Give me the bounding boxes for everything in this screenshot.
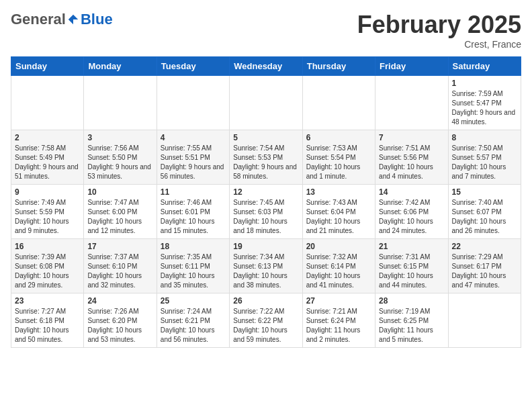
day-number: 19 bbox=[233, 242, 298, 251]
day-number: 11 bbox=[161, 187, 226, 197]
calendar-cell: 18Sunrise: 7:35 AM Sunset: 6:11 PM Dayli… bbox=[157, 239, 229, 293]
day-number: 15 bbox=[452, 187, 517, 197]
day-info: Sunrise: 7:50 AM Sunset: 5:57 PM Dayligh… bbox=[452, 144, 517, 181]
calendar-cell: 1Sunrise: 7:59 AM Sunset: 5:47 PM Daylig… bbox=[448, 76, 521, 130]
day-number: 12 bbox=[233, 187, 298, 197]
day-of-week-header: Thursday bbox=[302, 57, 375, 76]
day-info: Sunrise: 7:31 AM Sunset: 6:15 PM Dayligh… bbox=[379, 253, 444, 290]
calendar-cell: 12Sunrise: 7:45 AM Sunset: 6:03 PM Dayli… bbox=[230, 185, 302, 239]
logo-icon bbox=[67, 13, 79, 26]
calendar-cell: 16Sunrise: 7:39 AM Sunset: 6:08 PM Dayli… bbox=[11, 239, 84, 293]
day-number: 18 bbox=[161, 242, 226, 251]
day-info: Sunrise: 7:56 AM Sunset: 5:50 PM Dayligh… bbox=[87, 144, 152, 181]
day-number: 2 bbox=[15, 133, 80, 142]
calendar-cell: 9Sunrise: 7:49 AM Sunset: 5:59 PM Daylig… bbox=[11, 185, 84, 239]
calendar-week-row: 9Sunrise: 7:49 AM Sunset: 5:59 PM Daylig… bbox=[11, 185, 521, 239]
day-info: Sunrise: 7:49 AM Sunset: 5:59 PM Dayligh… bbox=[15, 198, 80, 236]
day-info: Sunrise: 7:43 AM Sunset: 6:04 PM Dayligh… bbox=[306, 198, 371, 236]
calendar-cell bbox=[230, 76, 302, 130]
day-info: Sunrise: 7:29 AM Sunset: 6:17 PM Dayligh… bbox=[452, 253, 517, 290]
day-info: Sunrise: 7:55 AM Sunset: 5:51 PM Dayligh… bbox=[161, 144, 226, 181]
day-info: Sunrise: 7:54 AM Sunset: 5:53 PM Dayligh… bbox=[233, 144, 298, 181]
day-info: Sunrise: 7:19 AM Sunset: 6:25 PM Dayligh… bbox=[379, 307, 444, 345]
page-header: General Blue February 2025 Crest, France bbox=[11, 11, 521, 50]
calendar-cell: 27Sunrise: 7:21 AM Sunset: 6:24 PM Dayli… bbox=[302, 293, 375, 348]
calendar-cell bbox=[84, 76, 157, 130]
day-info: Sunrise: 7:21 AM Sunset: 6:24 PM Dayligh… bbox=[306, 307, 371, 345]
calendar-cell: 20Sunrise: 7:32 AM Sunset: 6:14 PM Dayli… bbox=[302, 239, 375, 293]
day-number: 26 bbox=[233, 296, 298, 306]
day-number: 4 bbox=[161, 133, 226, 142]
calendar-cell: 5Sunrise: 7:54 AM Sunset: 5:53 PM Daylig… bbox=[230, 130, 302, 185]
day-info: Sunrise: 7:47 AM Sunset: 6:00 PM Dayligh… bbox=[87, 198, 152, 236]
day-info: Sunrise: 7:34 AM Sunset: 6:13 PM Dayligh… bbox=[233, 253, 298, 290]
day-number: 23 bbox=[15, 296, 80, 306]
day-info: Sunrise: 7:51 AM Sunset: 5:56 PM Dayligh… bbox=[379, 144, 444, 181]
calendar-cell: 17Sunrise: 7:37 AM Sunset: 6:10 PM Dayli… bbox=[84, 239, 157, 293]
day-number: 20 bbox=[306, 242, 371, 251]
day-of-week-header: Saturday bbox=[448, 57, 521, 76]
calendar-cell: 11Sunrise: 7:46 AM Sunset: 6:01 PM Dayli… bbox=[157, 185, 229, 239]
day-number: 1 bbox=[452, 79, 517, 88]
day-info: Sunrise: 7:24 AM Sunset: 6:21 PM Dayligh… bbox=[161, 307, 226, 345]
day-info: Sunrise: 7:45 AM Sunset: 6:03 PM Dayligh… bbox=[233, 198, 298, 236]
day-number: 5 bbox=[233, 133, 298, 142]
day-of-week-header: Tuesday bbox=[157, 57, 229, 76]
day-number: 10 bbox=[87, 187, 152, 197]
day-number: 14 bbox=[379, 187, 444, 197]
day-info: Sunrise: 7:27 AM Sunset: 6:18 PM Dayligh… bbox=[15, 307, 80, 345]
calendar-cell: 25Sunrise: 7:24 AM Sunset: 6:21 PM Dayli… bbox=[157, 293, 229, 348]
calendar-week-row: 16Sunrise: 7:39 AM Sunset: 6:08 PM Dayli… bbox=[11, 239, 521, 293]
day-number: 28 bbox=[379, 296, 444, 306]
calendar-cell: 22Sunrise: 7:29 AM Sunset: 6:17 PM Dayli… bbox=[448, 239, 521, 293]
calendar-cell bbox=[448, 293, 521, 348]
day-info: Sunrise: 7:35 AM Sunset: 6:11 PM Dayligh… bbox=[161, 253, 226, 290]
day-of-week-header: Monday bbox=[84, 57, 157, 76]
logo: General Blue bbox=[11, 11, 113, 28]
day-number: 6 bbox=[306, 133, 371, 142]
day-number: 16 bbox=[15, 242, 80, 251]
logo-general-text: General bbox=[11, 11, 66, 28]
day-number: 22 bbox=[452, 242, 517, 251]
calendar-cell: 26Sunrise: 7:22 AM Sunset: 6:22 PM Dayli… bbox=[230, 293, 302, 348]
day-info: Sunrise: 7:42 AM Sunset: 6:06 PM Dayligh… bbox=[379, 198, 444, 236]
calendar-cell: 24Sunrise: 7:26 AM Sunset: 6:20 PM Dayli… bbox=[84, 293, 157, 348]
day-number: 24 bbox=[87, 296, 152, 306]
calendar-week-row: 23Sunrise: 7:27 AM Sunset: 6:18 PM Dayli… bbox=[11, 293, 521, 348]
calendar-cell: 7Sunrise: 7:51 AM Sunset: 5:56 PM Daylig… bbox=[375, 130, 448, 185]
calendar-week-row: 1Sunrise: 7:59 AM Sunset: 5:47 PM Daylig… bbox=[11, 76, 521, 130]
day-of-week-header: Friday bbox=[375, 57, 448, 76]
day-info: Sunrise: 7:46 AM Sunset: 6:01 PM Dayligh… bbox=[161, 198, 226, 236]
calendar-cell: 2Sunrise: 7:58 AM Sunset: 5:49 PM Daylig… bbox=[11, 130, 84, 185]
location: Crest, France bbox=[357, 39, 521, 50]
calendar-cell: 14Sunrise: 7:42 AM Sunset: 6:06 PM Dayli… bbox=[375, 185, 448, 239]
day-number: 3 bbox=[87, 133, 152, 142]
day-number: 27 bbox=[306, 296, 371, 306]
calendar-cell: 19Sunrise: 7:34 AM Sunset: 6:13 PM Dayli… bbox=[230, 239, 302, 293]
logo-blue-text: Blue bbox=[81, 11, 113, 28]
day-info: Sunrise: 7:53 AM Sunset: 5:54 PM Dayligh… bbox=[306, 144, 371, 181]
month-year: February 2025 bbox=[357, 11, 521, 39]
calendar-cell bbox=[11, 76, 84, 130]
calendar-header-row: SundayMondayTuesdayWednesdayThursdayFrid… bbox=[11, 57, 521, 76]
svg-marker-0 bbox=[69, 15, 78, 24]
calendar-cell: 21Sunrise: 7:31 AM Sunset: 6:15 PM Dayli… bbox=[375, 239, 448, 293]
calendar-cell: 13Sunrise: 7:43 AM Sunset: 6:04 PM Dayli… bbox=[302, 185, 375, 239]
calendar-table: SundayMondayTuesdayWednesdayThursdayFrid… bbox=[11, 56, 521, 348]
calendar-cell: 3Sunrise: 7:56 AM Sunset: 5:50 PM Daylig… bbox=[84, 130, 157, 185]
day-number: 9 bbox=[15, 187, 80, 197]
day-info: Sunrise: 7:32 AM Sunset: 6:14 PM Dayligh… bbox=[306, 253, 371, 290]
calendar-cell: 15Sunrise: 7:40 AM Sunset: 6:07 PM Dayli… bbox=[448, 185, 521, 239]
calendar-cell: 10Sunrise: 7:47 AM Sunset: 6:00 PM Dayli… bbox=[84, 185, 157, 239]
day-of-week-header: Wednesday bbox=[230, 57, 302, 76]
day-number: 25 bbox=[161, 296, 226, 306]
calendar-cell: 23Sunrise: 7:27 AM Sunset: 6:18 PM Dayli… bbox=[11, 293, 84, 348]
day-info: Sunrise: 7:39 AM Sunset: 6:08 PM Dayligh… bbox=[15, 253, 80, 290]
calendar-cell bbox=[157, 76, 229, 130]
day-info: Sunrise: 7:58 AM Sunset: 5:49 PM Dayligh… bbox=[15, 144, 80, 181]
day-info: Sunrise: 7:37 AM Sunset: 6:10 PM Dayligh… bbox=[87, 253, 152, 290]
calendar-cell bbox=[375, 76, 448, 130]
day-info: Sunrise: 7:59 AM Sunset: 5:47 PM Dayligh… bbox=[452, 89, 517, 127]
calendar-cell: 4Sunrise: 7:55 AM Sunset: 5:51 PM Daylig… bbox=[157, 130, 229, 185]
calendar-cell bbox=[302, 76, 375, 130]
